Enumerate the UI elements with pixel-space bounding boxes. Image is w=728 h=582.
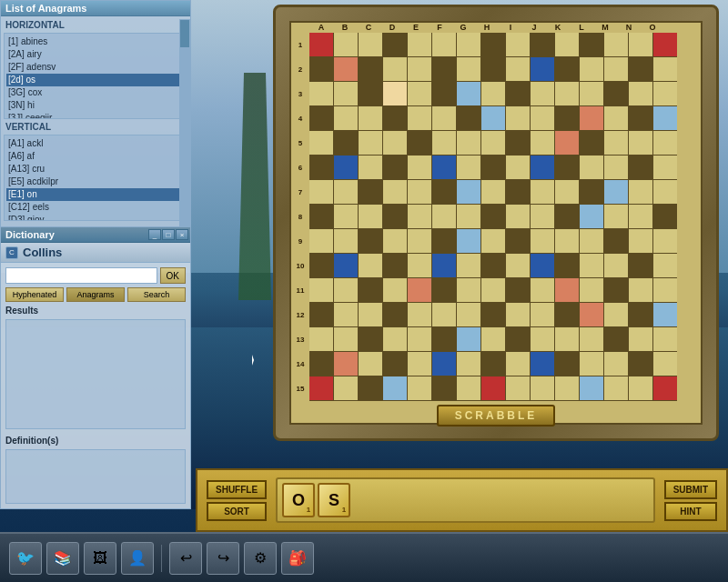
book-icon[interactable]: 📚 [46, 542, 79, 575]
photo-icon[interactable]: 🖼 [84, 542, 116, 575]
board-cell[interactable] [457, 57, 480, 81]
minimize-button[interactable]: _ [148, 229, 161, 240]
board-cell[interactable] [653, 106, 677, 130]
search-input[interactable] [5, 267, 157, 284]
tile-rack[interactable]: O1 S1 [276, 477, 655, 523]
board-cell[interactable] [629, 131, 652, 155]
board-cell[interactable] [432, 180, 456, 204]
board-cell[interactable] [309, 376, 333, 400]
board-cell[interactable] [309, 33, 333, 56]
sort-button[interactable]: SORT [207, 502, 267, 521]
board-cell[interactable] [653, 327, 677, 351]
board-cell[interactable] [334, 33, 358, 56]
hint-button[interactable]: HINT [664, 502, 717, 521]
board-cell[interactable] [383, 57, 407, 81]
board-cell[interactable] [408, 278, 431, 302]
board-cell[interactable] [531, 278, 554, 302]
board-cell[interactable] [580, 180, 603, 204]
board-cell[interactable] [506, 376, 530, 400]
list-item[interactable]: [3G] cox [6, 86, 185, 99]
board-cell[interactable] [481, 82, 505, 105]
board-cell[interactable] [653, 180, 677, 204]
board-cell[interactable] [432, 254, 456, 277]
vertical-list[interactable]: [A1] ackl [A6] af [A13] cru [E5] acdkilp… [4, 135, 187, 221]
list-item[interactable]: [A6] af [6, 150, 185, 163]
board-cell[interactable] [432, 156, 456, 179]
board-cell[interactable] [629, 156, 652, 179]
board-cell[interactable] [531, 205, 554, 228]
hyphenated-button[interactable]: Hyphenated [5, 287, 64, 302]
rack-tile-S[interactable]: S1 [318, 483, 350, 517]
board-cell[interactable] [506, 57, 530, 81]
board-cell[interactable] [457, 303, 480, 326]
board-cell[interactable] [580, 376, 603, 400]
board-cell[interactable] [481, 376, 505, 400]
board-cell[interactable] [481, 156, 505, 179]
board-cell[interactable] [531, 180, 554, 204]
board-cell[interactable] [555, 205, 579, 228]
board-cell[interactable] [481, 57, 505, 81]
board-cell[interactable] [309, 57, 333, 81]
results-area[interactable] [5, 319, 186, 429]
board-cell[interactable] [580, 278, 603, 302]
rack-tile-O[interactable]: O1 [282, 483, 315, 517]
list-item[interactable]: [C12] eels [6, 201, 185, 214]
board-cell[interactable] [432, 327, 456, 351]
board-cell[interactable] [481, 180, 505, 204]
board-cell[interactable] [359, 106, 382, 130]
board-cell[interactable] [408, 131, 431, 155]
board-cell[interactable] [309, 156, 333, 179]
board-cell[interactable] [309, 327, 333, 351]
list-item[interactable]: [D3] gioy [6, 214, 185, 221]
board-cell[interactable] [555, 156, 579, 179]
board-cell[interactable] [580, 303, 603, 326]
board-cell[interactable] [604, 106, 628, 130]
board-cell[interactable] [629, 205, 652, 228]
board-cell[interactable] [359, 180, 382, 204]
board-cell[interactable] [457, 131, 480, 155]
board-cell[interactable] [408, 352, 431, 376]
board-cell[interactable] [408, 229, 431, 253]
board-cell[interactable] [506, 327, 530, 351]
board-cell[interactable] [531, 303, 554, 326]
board-cell[interactable] [309, 352, 333, 376]
board-cell[interactable] [629, 180, 652, 204]
board-cell[interactable] [359, 327, 382, 351]
definitions-area[interactable] [5, 449, 186, 504]
board-cell[interactable] [359, 303, 382, 326]
board-cell[interactable] [653, 156, 677, 179]
board-cell[interactable] [580, 156, 603, 179]
list-item[interactable]: [A1] ackl [6, 137, 185, 150]
board-cell[interactable] [432, 82, 456, 105]
board-cell[interactable] [432, 57, 456, 81]
board-cell[interactable] [653, 57, 677, 81]
board-cell[interactable] [309, 254, 333, 277]
board-cell[interactable] [383, 254, 407, 277]
board-cell[interactable] [506, 131, 530, 155]
board-cell[interactable] [359, 82, 382, 105]
board-cell[interactable] [653, 254, 677, 277]
board-cell[interactable] [334, 352, 358, 376]
board-cell[interactable] [408, 205, 431, 228]
board-cell[interactable] [580, 254, 603, 277]
board-cell[interactable] [531, 131, 554, 155]
board-cell[interactable] [653, 229, 677, 253]
board-cell[interactable] [555, 33, 579, 56]
board-cell[interactable] [408, 303, 431, 326]
board-cell[interactable] [506, 303, 530, 326]
board-cell[interactable] [334, 131, 358, 155]
board-cell[interactable] [359, 156, 382, 179]
board-cell[interactable] [481, 278, 505, 302]
board-cell[interactable] [408, 156, 431, 179]
maximize-button[interactable]: □ [162, 229, 175, 240]
board-cell[interactable] [506, 205, 530, 228]
board-cell[interactable] [604, 205, 628, 228]
board-cell[interactable] [383, 156, 407, 179]
board-cell[interactable] [481, 205, 505, 228]
board-cell[interactable] [555, 303, 579, 326]
board-cell[interactable] [432, 303, 456, 326]
board-cell[interactable] [309, 180, 333, 204]
board-cell[interactable] [309, 106, 333, 130]
board-cell[interactable] [383, 352, 407, 376]
board-cell[interactable] [555, 254, 579, 277]
